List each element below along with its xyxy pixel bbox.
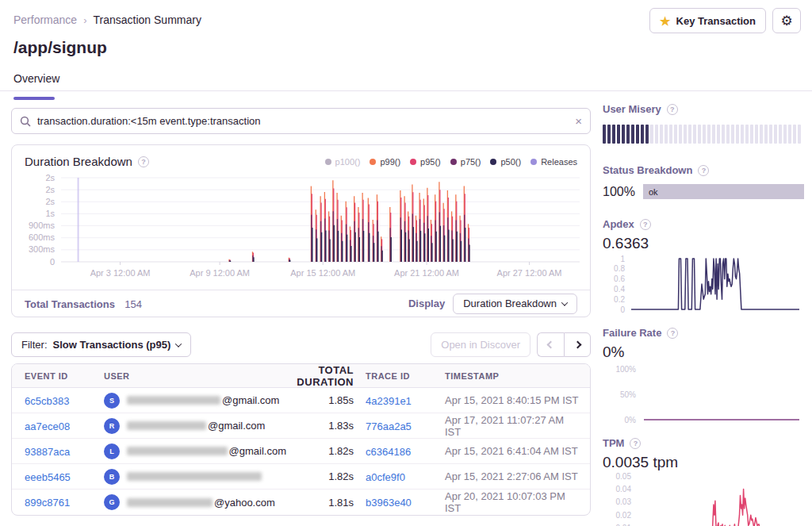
table-row: 93887aca L@gmail.com 1.82s c6364186 Apr … [12,439,590,464]
table-row: aa7ece08 R@gmail.com 1.83s 776aa2a5 Apr … [12,413,590,439]
event-id-link[interactable]: eeeb5465 [25,471,71,483]
tab-bar: Overview [13,71,59,100]
svg-text:0.05: 0.05 [616,472,632,481]
misery-tick [679,125,682,144]
legend-item-p95[interactable]: p95() [410,157,441,167]
svg-text:100%: 100% [615,365,636,374]
col-user: USER [104,371,286,381]
total-duration-value: 1.82s [286,470,354,482]
table-toolbar: Filter: Slow Transactions (p95) Open in … [11,332,591,357]
misery-tick [698,125,701,144]
help-icon[interactable]: ? [667,104,678,115]
status-ok-bar[interactable]: ok [643,184,804,199]
misery-tick [755,125,758,144]
svg-text:Apr 9 12:00 AM: Apr 9 12:00 AM [190,268,250,278]
legend-item-p75[interactable]: p75() [450,157,481,167]
help-icon[interactable]: ? [138,156,149,167]
breadcrumb-current: Transaction Summary [94,13,201,26]
next-page-button[interactable] [564,332,591,357]
legend-item-p50[interactable]: p50() [490,157,521,167]
misery-tick [745,125,749,144]
duration-breakdown-title: Duration Breakdown [25,155,132,168]
tabs-divider [0,90,812,91]
trace-id-link[interactable]: a0cfe9f0 [366,471,405,483]
filter-dropdown[interactable]: Filter: Slow Transactions (p95) [11,332,191,357]
chart-legend: p100() p99() p95() p75() p50() Releases [325,157,577,167]
misery-tick [612,125,615,144]
misery-tick [622,125,625,144]
event-id-link[interactable]: 6c5cb383 [25,395,69,407]
clear-search-icon[interactable]: × [575,115,582,127]
misery-tick [788,125,791,144]
misery-tick [707,125,710,144]
help-icon[interactable]: ? [640,219,651,230]
help-icon[interactable]: ? [698,165,709,176]
legend-item-p99[interactable]: p99() [370,157,400,167]
misery-tick [717,125,720,144]
trace-id-link[interactable]: 776aa2a5 [366,420,412,432]
svg-text:600ms: 600ms [29,232,56,242]
svg-text:2s: 2s [45,185,55,194]
failure-rate-section: Failure Rate ? 0% 100%50%0% [603,327,804,429]
event-id-link[interactable]: 93887aca [25,446,70,458]
svg-text:0.03: 0.03 [616,497,632,506]
previous-page-button[interactable] [537,332,564,357]
svg-text:Apr 21 12:00 AM: Apr 21 12:00 AM [394,268,459,278]
help-icon[interactable]: ? [630,438,641,449]
total-transactions-value: 154 [124,298,142,310]
status-breakdown-title: Status Breakdown [603,164,692,176]
redacted-username [127,396,220,405]
settings-button[interactable]: ⚙ [772,8,801,33]
avatar: S [104,393,120,409]
slow-transactions-table: EVENT ID USER TOTAL DURATION TRACE ID TI… [11,363,591,516]
total-duration-value: 1.81s [286,497,354,509]
chevron-right-icon [573,341,581,349]
misery-tick [731,125,734,144]
svg-text:0: 0 [620,305,625,314]
svg-text:1s: 1s [45,209,55,218]
avatar: R [104,418,120,434]
misery-tick [783,125,787,144]
timestamp-value: Apr 15, 2021 2:27:06 AM IST [445,470,579,482]
legend-item-p100[interactable]: p100() [325,157,361,167]
svg-text:Apr 15 12:00 AM: Apr 15 12:00 AM [290,268,355,278]
search-input[interactable]: transaction.duration:<15m event.type:tra… [37,115,569,127]
user-misery-score-bar [603,125,804,144]
tab-overview[interactable]: Overview [13,72,59,92]
redacted-username [127,472,262,481]
sidebar: User Misery ? Status Breakdown ? 100% ok… [603,103,804,526]
svg-text:300ms: 300ms [29,244,56,254]
misery-tick [779,125,782,144]
misery-tick [693,125,696,144]
chevron-left-icon [547,341,555,349]
breadcrumb-performance-link[interactable]: Performance [13,13,77,26]
table-header-row: EVENT ID USER TOTAL DURATION TRACE ID TI… [12,364,590,388]
chevron-down-icon [175,340,182,347]
key-transaction-button[interactable]: ★ Key Transaction [649,8,766,33]
total-transactions-label: Total Transactions [25,298,115,310]
timestamp-value: Apr 20, 2021 10:07:03 PM IST [445,490,579,514]
active-tab-indicator [13,97,55,100]
search-bar[interactable]: transaction.duration:<15m event.type:tra… [11,108,591,134]
transaction-summary-page: Performance › Transaction Summary ★ Key … [0,0,812,526]
duration-breakdown-chart[interactable]: 0300ms600ms900ms1s2s2s2sApr 3 12:00 AMAp… [12,170,588,287]
failure-rate-title: Failure Rate [603,327,661,339]
misery-tick [760,125,763,144]
trace-id-link[interactable]: b3963e40 [366,497,412,509]
trace-id-link[interactable]: 4a2391e1 [366,395,412,407]
event-id-link[interactable]: aa7ece08 [25,420,70,432]
display-label: Display [408,298,445,309]
breadcrumb: Performance › Transaction Summary [13,13,201,26]
help-icon[interactable]: ? [667,328,678,339]
legend-item-releases[interactable]: Releases [530,157,577,167]
trace-id-link[interactable]: c6364186 [366,446,411,458]
svg-text:0.02: 0.02 [616,511,632,520]
svg-text:0.04: 0.04 [616,485,632,493]
timestamp-value: Apr 15, 2021 8:40:15 PM IST [445,394,579,406]
redacted-username [127,498,213,507]
misery-tick [769,125,772,144]
svg-text:0.8: 0.8 [614,264,625,273]
open-in-discover-button[interactable]: Open in Discover [431,332,530,357]
display-select[interactable]: Duration Breakdown [453,294,577,314]
event-id-link[interactable]: 899c8761 [25,497,70,509]
